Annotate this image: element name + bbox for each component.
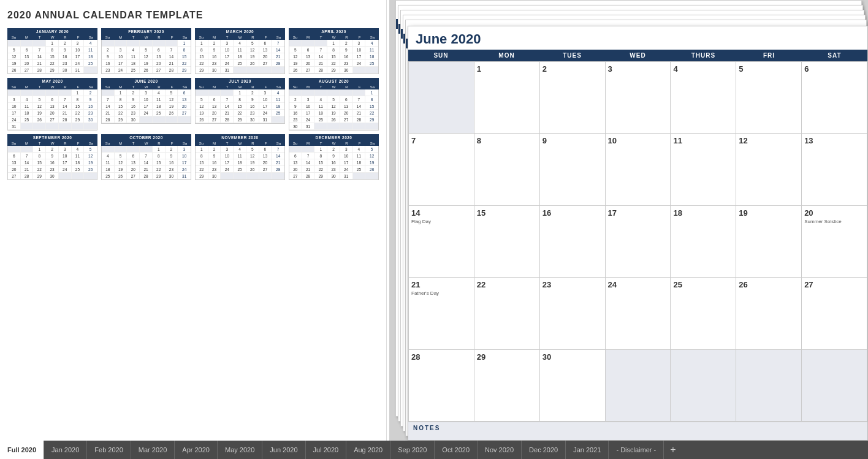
- mini-cal-header: SuMTWRFSa: [195, 35, 285, 40]
- mini-cal-day: 13: [259, 153, 272, 159]
- mini-cal-day: 12: [140, 53, 153, 60]
- mini-cal-title: AUGUST 2020: [289, 78, 379, 85]
- mini-cal-day: 3: [8, 96, 21, 103]
- tab-jan-2021[interactable]: Jan 2021: [566, 441, 609, 459]
- mini-cal-day: 2: [208, 40, 221, 47]
- june-col-header: SAT: [802, 50, 867, 61]
- june-day-number: 7: [411, 136, 471, 145]
- mini-cal-empty: [234, 67, 246, 74]
- mini-cal-day: 6: [302, 47, 315, 53]
- mini-cal-day: 27: [153, 67, 166, 74]
- mini-cal-day: 27: [46, 116, 59, 123]
- mini-cal-empty: [272, 67, 284, 74]
- mini-cal-day: 22: [153, 166, 166, 173]
- mini-cal-empty: [33, 40, 46, 47]
- tab-mar-2020[interactable]: Mar 2020: [131, 441, 175, 459]
- june-title: June 2020: [408, 26, 867, 47]
- mini-cal-day: 29: [365, 116, 378, 123]
- mini-cal-header-day: Sa: [272, 141, 285, 146]
- june-col-header: TUES: [539, 50, 605, 61]
- mini-cal-empty: [84, 173, 97, 180]
- mini-cal-day: 7: [272, 40, 284, 47]
- june-day-cell: 26: [736, 278, 802, 349]
- tab-feb-2020[interactable]: Feb 2020: [87, 441, 131, 459]
- mini-cal-day: 29: [196, 173, 208, 180]
- tab-oct-2020[interactable]: Oct 2020: [435, 441, 478, 459]
- mini-cal-day: 7: [59, 96, 72, 103]
- mini-cal-header-day: Su: [195, 85, 208, 89]
- mini-cal-header-day: R: [59, 141, 72, 146]
- tab-jul-2020[interactable]: Jul 2020: [306, 441, 347, 459]
- mini-cal-title: JANUARY 2020: [7, 28, 97, 35]
- mini-cal-day: 15: [46, 53, 59, 60]
- tab-dec-2020[interactable]: Dec 2020: [522, 441, 566, 459]
- mini-cal-empty: [340, 89, 353, 96]
- mini-calendar-february-2020: FEBRUARY 2020SuMTWRFSa123456789101112131…: [101, 28, 191, 74]
- june-day-number: 5: [739, 64, 799, 74]
- mini-cal-header-day: W: [234, 85, 246, 89]
- mini-cal-day: 17: [115, 60, 128, 67]
- mini-cal-day: 29: [46, 67, 59, 74]
- mini-cal-day: 13: [302, 53, 315, 60]
- mini-cal-day: 23: [246, 110, 259, 116]
- mini-cal-day: 30: [289, 123, 302, 130]
- mini-cal-header: SuMTWRFSa: [195, 141, 285, 146]
- mini-cal-empty: [72, 173, 85, 180]
- mini-cal-day: 9: [327, 153, 340, 159]
- june-day-number: 20: [804, 208, 864, 218]
- mini-cal-body: 1234567891011121314151617181920212223242…: [289, 89, 379, 131]
- mini-cal-day: 25: [234, 166, 246, 173]
- tab-may-2020[interactable]: May 2020: [218, 441, 262, 459]
- mini-cal-title: MARCH 2020: [195, 28, 285, 35]
- mini-cal-empty: [272, 116, 284, 123]
- mini-cal-day: 17: [340, 159, 353, 166]
- mini-cal-day: 25: [127, 67, 140, 74]
- mini-cal-day: 1: [314, 146, 327, 153]
- tab-nov-2020[interactable]: Nov 2020: [478, 441, 522, 459]
- mini-cal-body: 1234567891011121314151617181920212223242…: [289, 40, 379, 74]
- tab---disclaimer--[interactable]: - Disclaimer -: [609, 441, 664, 459]
- mini-cal-day: 26: [8, 67, 21, 74]
- mini-cal-empty: [21, 123, 34, 130]
- mini-cal-day: 16: [208, 53, 221, 60]
- mini-cal-day: 29: [115, 116, 128, 123]
- tab-full-2020[interactable]: Full 2020: [0, 441, 44, 459]
- tab-sep-2020[interactable]: Sep 2020: [390, 441, 435, 459]
- mini-cal-day: 17: [302, 110, 315, 116]
- mini-cal-day: 5: [166, 89, 178, 96]
- add-tab-button[interactable]: +: [664, 441, 682, 459]
- mini-cal-empty: [340, 123, 353, 130]
- mini-cal-day: 30: [127, 116, 140, 123]
- june-day-number: 3: [608, 64, 668, 74]
- mini-cal-day: 10: [59, 153, 72, 159]
- tab-jun-2020[interactable]: Jun 2020: [262, 441, 305, 459]
- mini-cal-header-day: R: [153, 35, 166, 40]
- mini-cal-day: 7: [314, 47, 327, 53]
- june-day-cell: 9: [540, 134, 606, 205]
- mini-cal-header-day: R: [340, 85, 353, 89]
- mini-cal-day: 30: [84, 116, 97, 123]
- mini-cal-header-day: Su: [101, 85, 114, 89]
- mini-cal-header-day: T: [314, 35, 327, 40]
- mini-cal-day: 3: [140, 89, 153, 96]
- mini-cal-header-day: Sa: [178, 85, 191, 89]
- mini-cal-empty: [314, 40, 327, 47]
- mini-cal-day: 2: [127, 89, 140, 96]
- mini-cal-header-day: Su: [289, 85, 302, 89]
- mini-cal-day: 10: [72, 47, 85, 53]
- tab-jan-2020[interactable]: Jan 2020: [44, 441, 87, 459]
- mini-cal-day: 27: [289, 173, 302, 180]
- mini-cal-header-day: M: [114, 85, 127, 89]
- june-day-number: 17: [608, 208, 668, 218]
- june-col-header: MON: [474, 50, 539, 61]
- mini-cal-day: 13: [178, 96, 191, 103]
- tab-apr-2020[interactable]: Apr 2020: [175, 441, 218, 459]
- mini-cal-day: 2: [102, 47, 115, 53]
- mini-cal-header-day: Sa: [366, 141, 379, 146]
- june-col-header: SUN: [408, 50, 474, 61]
- mini-cal-day: 12: [84, 153, 97, 159]
- mini-cal-day: 17: [353, 53, 366, 60]
- mini-cal-day: 24: [72, 60, 85, 67]
- tab-aug-2020[interactable]: Aug 2020: [346, 441, 390, 459]
- mini-cal-day: 1: [196, 146, 208, 153]
